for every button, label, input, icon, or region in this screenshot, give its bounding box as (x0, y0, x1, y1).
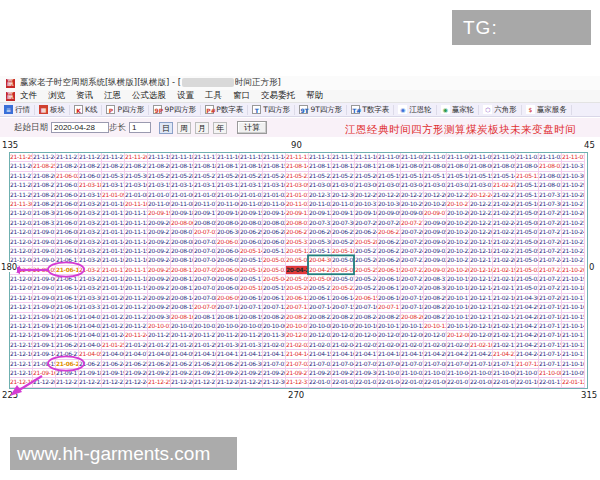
date-cell[interactable]: 21-07-21 (539, 284, 562, 293)
date-cell[interactable]: 21-12-19 (10, 378, 33, 387)
date-cell[interactable]: 21-11-11 (332, 153, 355, 162)
date-cell[interactable]: 20-08-05 (194, 219, 217, 228)
date-cell[interactable]: 20-09-29 (148, 303, 171, 312)
date-cell[interactable]: 21-08-31 (33, 219, 56, 228)
date-cell[interactable]: 21-05-13 (516, 172, 539, 181)
date-cell[interactable]: 20-07-31 (309, 219, 332, 228)
date-cell[interactable]: 21-03-05 (378, 181, 401, 190)
date-cell[interactable]: 20-07-06 (194, 275, 217, 284)
date-cell[interactable]: 20-12-06 (401, 331, 424, 340)
date-cell[interactable]: 20-06-20 (378, 256, 401, 265)
date-cell[interactable]: 21-01-01 (286, 191, 309, 200)
date-cell[interactable]: 20-06-06 (217, 266, 240, 275)
date-cell[interactable]: 20-10-12 (401, 322, 424, 331)
step-input[interactable] (129, 122, 151, 133)
date-cell[interactable]: 20-08-15 (171, 303, 194, 312)
date-cell[interactable]: 20-08-14 (171, 294, 194, 303)
date-cell[interactable]: 20-12-10 (470, 322, 493, 331)
date-cell[interactable]: 20-12-28 (378, 191, 401, 200)
date-cell[interactable]: 21-06-18 (56, 322, 79, 331)
date-cell[interactable]: 20-11-08 (171, 200, 194, 209)
date-cell[interactable]: 20-08-19 (240, 313, 263, 322)
date-cell[interactable]: 20-08-23 (332, 313, 355, 322)
date-cell[interactable]: 21-01-27 (148, 341, 171, 350)
date-cell[interactable]: 20-07-05 (194, 266, 217, 275)
date-cell[interactable]: 20-06-27 (286, 228, 309, 237)
date-cell[interactable]: 20-05-20 (286, 284, 309, 293)
date-cell[interactable]: 20-10-07 (286, 322, 309, 331)
date-cell[interactable]: 20-08-12 (171, 275, 194, 284)
date-cell[interactable]: 21-03-02 (447, 181, 470, 190)
date-cell[interactable]: 21-10-30 (562, 172, 585, 181)
date-cell[interactable]: 21-05-25 (240, 172, 263, 181)
date-cell[interactable]: 20-11-06 (217, 200, 240, 209)
date-cell[interactable]: 21-03-14 (171, 181, 194, 190)
date-cell[interactable]: 21-02-01 (263, 341, 286, 350)
date-cell[interactable]: 21-08-01 (539, 181, 562, 190)
date-cell[interactable]: 21-02-11 (493, 341, 516, 350)
date-cell[interactable]: 20-08-06 (171, 219, 194, 228)
date-cell[interactable]: 20-06-24 (355, 228, 378, 237)
date-cell[interactable]: 21-08-26 (33, 172, 56, 181)
date-cell[interactable]: 20-05-05 (286, 275, 309, 284)
date-cell[interactable]: 21-08-14 (286, 162, 309, 171)
date-cell[interactable]: 21-06-19 (56, 331, 79, 340)
date-cell[interactable]: 20-05-04 (263, 275, 286, 284)
date-cell[interactable]: 21-07-16 (539, 331, 562, 340)
date-cell[interactable]: 21-06-06 (56, 209, 79, 218)
date-cell[interactable]: 20-12-01 (286, 331, 309, 340)
date-cell[interactable]: 21-05-27 (194, 172, 217, 181)
date-cell[interactable]: 21-10-26 (562, 209, 585, 218)
date-cell[interactable]: 20-12-12 (470, 303, 493, 312)
toolbar-button[interactable]: ≡行情 (4, 105, 35, 115)
date-cell[interactable]: 21-07-07 (401, 360, 424, 369)
date-cell[interactable]: 20-07-26 (401, 228, 424, 237)
date-cell[interactable]: 20-08-22 (309, 313, 332, 322)
date-cell[interactable]: 21-01-08 (125, 191, 148, 200)
date-cell[interactable]: 20-11-26 (171, 331, 194, 340)
date-cell[interactable]: 21-03-01 (470, 181, 493, 190)
date-cell[interactable]: 20-11-12 (125, 219, 148, 228)
date-cell[interactable]: 20-05-16 (240, 266, 263, 275)
date-cell[interactable]: 21-11-06 (447, 153, 470, 162)
date-cell[interactable]: 21-09-24 (217, 369, 240, 378)
date-cell[interactable]: 21-03-18 (79, 181, 102, 190)
date-cell[interactable]: 20-12-27 (401, 191, 424, 200)
date-cell[interactable]: 20-08-26 (401, 313, 424, 322)
date-cell[interactable]: 21-11-13 (286, 153, 309, 162)
date-cell[interactable]: 20-06-01 (263, 238, 286, 247)
date-cell[interactable]: 21-08-10 (378, 162, 401, 171)
date-cell[interactable]: 20-08-17 (194, 313, 217, 322)
date-cell[interactable]: 21-04-11 (217, 350, 240, 359)
date-cell[interactable]: 21-09-15 (33, 360, 56, 369)
toolbar-button[interactable]: 9P9P四方形 (153, 105, 201, 115)
date-cell[interactable]: 20-07-27 (401, 219, 424, 228)
date-cell[interactable]: 21-09-27 (286, 369, 309, 378)
date-cell[interactable]: 20-06-11 (263, 294, 286, 303)
date-cell[interactable]: 21-01-05 (194, 191, 217, 200)
date-cell[interactable]: 20-09-09 (378, 209, 401, 218)
date-cell[interactable]: 20-07-20 (401, 284, 424, 293)
date-cell[interactable]: 21-07-09 (447, 360, 470, 369)
date-cell[interactable]: 21-07-19 (539, 303, 562, 312)
date-cell[interactable]: 20-07-08 (194, 294, 217, 303)
date-cell[interactable]: 21-06-11 (56, 256, 79, 265)
date-cell[interactable]: 20-06-18 (378, 275, 401, 284)
date-cell[interactable]: 20-10-28 (424, 200, 447, 209)
date-cell[interactable]: 21-05-19 (378, 172, 401, 181)
date-cell[interactable]: 21-12-03 (10, 228, 33, 237)
calculate-button[interactable]: 计算 (237, 121, 267, 134)
date-cell[interactable]: 21-01-16 (102, 256, 125, 265)
date-cell[interactable]: 21-03-08 (309, 181, 332, 190)
date-cell[interactable]: 21-11-22 (79, 153, 102, 162)
date-cell[interactable]: 21-02-03 (309, 341, 332, 350)
date-cell[interactable]: 20-07-09 (194, 303, 217, 312)
date-cell[interactable]: 20-08-31 (424, 275, 447, 284)
date-cell[interactable]: 20-12-02 (309, 331, 332, 340)
date-cell[interactable]: 21-12-26 (171, 378, 194, 387)
date-cell[interactable]: 20-12-14 (470, 284, 493, 293)
date-cell[interactable]: 21-01-25 (102, 341, 125, 350)
date-cell[interactable]: 21-04-04 (79, 341, 102, 350)
date-cell[interactable]: 21-02-04 (332, 341, 355, 350)
date-cell[interactable]: 21-11-12 (309, 153, 332, 162)
